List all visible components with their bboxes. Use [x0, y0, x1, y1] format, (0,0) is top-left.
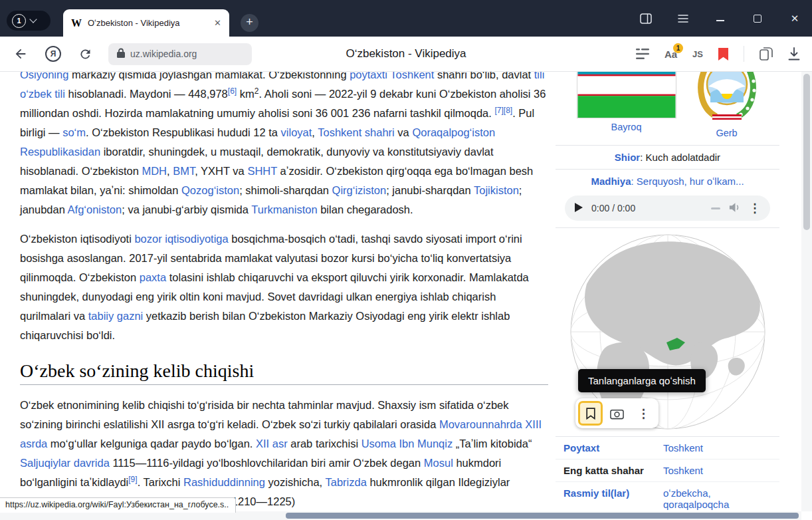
text-run: ; va janubi-gʻarbiy qismida: [122, 203, 251, 215]
tab-title: Oʻzbekiston - Vikipediya: [88, 18, 208, 28]
bookmark-icon[interactable]: [718, 48, 728, 61]
article-link[interactable]: [7][8]: [494, 106, 512, 115]
motto-link[interactable]: Shior: [615, 152, 640, 163]
toolbar-divider: [744, 46, 744, 62]
back-button[interactable]: [13, 47, 28, 61]
article-paragraph: Oʻzbekiston iqtisodiyoti bozor iqtisodiy…: [20, 229, 548, 345]
audio-player: 0:00 / 0:00 ⋮: [565, 195, 770, 221]
article-link[interactable]: BMT: [173, 165, 195, 177]
maximize-button[interactable]: [751, 12, 764, 25]
window-controls: ✕: [639, 0, 801, 37]
article-link[interactable]: paxta: [140, 271, 166, 283]
row-value-link[interactable]: oʻzbekcha, qoraqalpoqcha: [663, 487, 773, 510]
camera-icon: [610, 408, 624, 420]
play-icon[interactable]: [574, 202, 583, 215]
infobox-table: Poytaxt Toshkent Eng katta shahar Toshke…: [556, 436, 779, 516]
article-body: Osiyoning markaziy qismida joylashgan ma…: [20, 72, 548, 520]
sidebar-panel-icon[interactable]: [639, 12, 653, 25]
horizontal-scrollbar-thumb[interactable]: [286, 513, 799, 519]
menu-icon[interactable]: [676, 12, 690, 25]
text-run: yozishicha,: [265, 476, 326, 488]
article-link[interactable]: SHHT: [247, 165, 277, 177]
emblem-block: Gerb: [695, 72, 759, 138]
anthem-link[interactable]: Madhiya: [591, 176, 631, 187]
article-link[interactable]: [9]: [128, 475, 137, 484]
address-bar[interactable]: uz.wikipedia.org: [108, 43, 252, 65]
image-actions-bar: ⋮: [575, 398, 659, 428]
article-link[interactable]: Qozogʻiston: [181, 184, 239, 196]
text-run: km: [237, 88, 254, 100]
location-map-row: Tanlanganlarga qoʻshish ⋮: [556, 227, 779, 436]
article-link[interactable]: MDH: [142, 165, 167, 177]
row-label-link[interactable]: Rasmiy til(lar): [563, 487, 663, 510]
emblem-caption-link[interactable]: Gerb: [695, 128, 759, 138]
article-link[interactable]: Rashiduddinning: [183, 476, 265, 488]
browser-tab[interactable]: W Oʻzbekiston - Vikipediya ✕: [63, 9, 229, 37]
article-link[interactable]: Usoma Ibn Munqiz: [361, 438, 453, 450]
row-label-link[interactable]: Poytaxt: [563, 442, 663, 454]
more-icon: ⋮: [638, 408, 650, 420]
download-icon[interactable]: [788, 47, 800, 61]
yandex-icon[interactable]: Я: [45, 46, 61, 62]
anthem-row: Madhiya: Serquyosh, hur oʻlkam...: [556, 169, 779, 193]
text-run: hisoblanadi. Maydoni — 448,978: [65, 88, 228, 100]
flag-image[interactable]: [577, 72, 676, 118]
text-run: ,: [312, 126, 318, 138]
article-link[interactable]: Afgʻoniston: [68, 203, 122, 215]
article-link[interactable]: Turkmaniston: [251, 203, 317, 215]
new-tab-button[interactable]: +: [241, 14, 258, 32]
tab-group-count: 1: [12, 14, 26, 28]
infobox-media-row: Bayroq: [556, 72, 779, 145]
address-url: uz.wikipedia.org: [130, 49, 197, 59]
wikipedia-favicon: W: [71, 17, 82, 29]
toolbar-right-icons: Aа 1 JS: [636, 37, 800, 72]
article-link[interactable]: XII asr: [256, 438, 288, 450]
table-row: Poytaxt Toshkent: [556, 437, 779, 459]
article-link[interactable]: soʻm: [62, 126, 86, 138]
tab-close-icon[interactable]: ✕: [214, 18, 221, 28]
coat-of-arms-image[interactable]: [695, 72, 759, 122]
article-link[interactable]: viloyat: [281, 126, 312, 138]
translate-badge: 1: [673, 43, 683, 53]
reload-button[interactable]: [78, 47, 92, 61]
article-link[interactable]: bozor iqtisodiyotiga: [134, 233, 228, 245]
row-value-link[interactable]: Toshkent: [663, 442, 773, 454]
vertical-scrollbar[interactable]: [801, 72, 812, 511]
article-link[interactable]: Tabrizda: [325, 476, 366, 488]
audio-player-row: 0:00 / 0:00 ⋮: [556, 193, 779, 227]
page-content: Osiyoning markaziy qismida joylashgan ma…: [0, 72, 812, 520]
seek-bar[interactable]: [643, 207, 720, 209]
article-link[interactable]: poytaxti Toshkent: [350, 72, 434, 80]
text-run: va: [395, 126, 413, 138]
screenshot-button[interactable]: [605, 401, 629, 426]
article-link[interactable]: Saljuqiylar davrida: [20, 457, 110, 469]
translate-icon[interactable]: Aа 1: [664, 49, 677, 60]
player-menu-icon[interactable]: ⋮: [749, 202, 761, 214]
volume-icon[interactable]: [728, 202, 741, 215]
article-link[interactable]: Mosul: [424, 457, 453, 469]
reader-mode-icon[interactable]: [636, 49, 649, 59]
more-actions-button[interactable]: ⋮: [631, 401, 656, 426]
add-to-favorites-button[interactable]: [578, 401, 603, 426]
row-value-link[interactable]: Toshkent: [663, 465, 773, 476]
article-link[interactable]: Qirgʻiziston: [332, 184, 387, 196]
browser-window: 1 W Oʻzbekiston - Vikipediya ✕ + ✕ Я: [0, 0, 812, 520]
section-heading: Oʻzbek soʻzining kelib chiqishi: [20, 361, 548, 385]
flag-caption-link[interactable]: Bayroq: [577, 122, 676, 132]
collections-icon[interactable]: [760, 47, 773, 61]
article-link[interactable]: Toshkent shahri: [318, 126, 395, 138]
lock-icon[interactable]: [117, 48, 125, 61]
article-link[interactable]: [6]: [228, 86, 237, 96]
vertical-scrollbar-thumb[interactable]: [803, 74, 810, 230]
article-link[interactable]: tabiiy gazni: [88, 310, 144, 322]
article-link[interactable]: Tojikiston: [474, 184, 519, 196]
text-run: bilan chegaradosh.: [318, 203, 413, 215]
table-row: Eng katta shahar Toshkent: [556, 459, 779, 482]
tab-group-chip[interactable]: 1: [7, 11, 51, 31]
close-button[interactable]: ✕: [788, 12, 801, 25]
js-icon[interactable]: JS: [692, 49, 703, 59]
minimize-button[interactable]: [714, 12, 727, 25]
text-run: ; shimoli-sharqdan: [239, 184, 332, 196]
anthem-title-link[interactable]: : Serquyosh, hur oʻlkam...: [631, 176, 744, 187]
article-link[interactable]: Osiyoning: [20, 72, 68, 80]
